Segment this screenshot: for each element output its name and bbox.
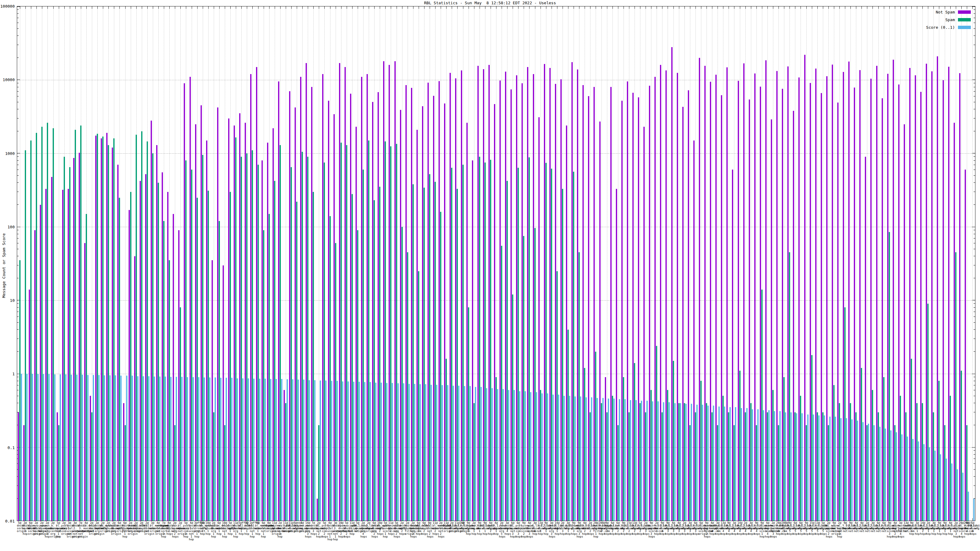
bar-score xyxy=(702,405,703,521)
bar-cluster xyxy=(261,6,266,521)
bars-group xyxy=(875,6,881,521)
bar-notspam xyxy=(915,75,916,521)
x-axis-cluster-label: 7@ dnsbl. sorbs.net 3 hops xyxy=(310,522,316,535)
bar-score xyxy=(198,377,199,521)
bars-group xyxy=(261,6,266,521)
bar-spam xyxy=(811,355,813,521)
bar-score xyxy=(514,390,515,521)
bar-spam xyxy=(80,125,81,521)
bar-spam xyxy=(485,162,486,521)
bar-notspam xyxy=(643,127,645,521)
bars-group xyxy=(682,6,687,521)
bars-group xyxy=(150,6,156,521)
bars-group xyxy=(427,6,433,521)
bar-notspam xyxy=(948,67,950,521)
y-tick-label: 100000 xyxy=(0,4,15,9)
bar-spam xyxy=(728,412,729,521)
bar-score xyxy=(962,473,964,521)
bar-cluster xyxy=(250,6,255,521)
bar-score xyxy=(691,404,692,521)
bar-notspam xyxy=(705,66,706,521)
bar-spam xyxy=(352,194,353,521)
bar-score xyxy=(54,375,56,521)
x-axis-cluster-label: 14@ zen. spamhaus. org 3 hops xyxy=(305,522,310,538)
bar-spam xyxy=(25,150,26,521)
bar-score xyxy=(220,378,221,521)
bars-group xyxy=(360,6,366,521)
bar-cluster xyxy=(632,6,637,521)
bar-spam xyxy=(905,412,907,521)
x-axis-labels: 5@ dnsbl. sorbs.net origin2@ dnsbl. sorb… xyxy=(17,522,975,550)
bar-spam xyxy=(158,183,159,521)
x-axis-cluster-label: 9@ 2.list. dnswl.org 1 hop xyxy=(937,522,942,535)
bar-cluster xyxy=(200,6,205,521)
x-axis-cluster-label: 2@ dnsbl. sorbs.net 1 hop xyxy=(22,522,28,535)
bar-spam xyxy=(756,425,757,521)
x-axis-cluster-label: 4@ iadb. isipp.com 2 hops xyxy=(488,522,493,535)
bars-group xyxy=(698,6,704,521)
bar-notspam xyxy=(90,396,91,521)
bar-spam xyxy=(163,221,164,521)
bars-group xyxy=(970,6,975,521)
bar-notspam xyxy=(328,101,329,521)
bar-notspam xyxy=(245,123,246,521)
x-axis-cluster-label: 3@ 0.list. dnswl.org 1 hop xyxy=(915,522,920,535)
x-axis-cluster-label: 4@ dnsbl-1. uceprotect. net 1 hop xyxy=(189,522,194,541)
x-axis-cluster-label: 2@ dnsbl. spfbl.net 2 hops xyxy=(399,522,404,535)
x-axis-cluster-label: 2@ bl. spamcop. net origin xyxy=(178,522,183,535)
bar-spam xyxy=(363,170,364,521)
bar-notspam xyxy=(417,130,418,521)
bar-notspam xyxy=(505,71,506,521)
bars-group xyxy=(388,6,393,521)
bar-spam xyxy=(540,390,541,521)
bar-score xyxy=(469,386,471,521)
bars-group xyxy=(665,6,670,521)
bar-score xyxy=(686,404,687,521)
bars-group xyxy=(743,6,748,521)
bar-cluster xyxy=(560,6,565,521)
bar-cluster xyxy=(792,6,798,521)
bar-score xyxy=(159,376,161,521)
bar-score xyxy=(337,381,338,521)
bar-cluster xyxy=(527,6,532,521)
bar-cluster xyxy=(582,6,587,521)
bar-score xyxy=(475,387,476,521)
bar-cluster xyxy=(726,6,731,521)
bar-notspam xyxy=(677,73,678,521)
bar-score xyxy=(835,417,836,521)
bar-spam xyxy=(535,228,536,521)
x-axis-cluster-label: 3@ dnsbl-3. uceprotect. net 1 hop xyxy=(332,522,338,541)
x-axis-cluster-label: 13@ iadb. isipp.com net xyxy=(904,522,909,533)
x-axis-cluster-label: 20@ Y.0.list. dnswl.org 5 hops xyxy=(776,522,781,535)
bar-spam xyxy=(557,271,558,521)
bar-score xyxy=(968,492,969,521)
x-axis-cluster-label: 2@ dnsbl. justspam. org 2 hops xyxy=(410,522,416,538)
x-axis-cluster-label: 2@ 2.list. dnswl.org origin xyxy=(449,522,455,533)
bar-spam xyxy=(401,227,403,521)
bar-score xyxy=(724,407,725,521)
bar-notspam xyxy=(389,65,390,521)
bars-group xyxy=(39,6,45,521)
bar-cluster xyxy=(438,6,444,521)
bar-notspam xyxy=(283,390,285,521)
bar-score xyxy=(48,374,49,521)
bar-notspam xyxy=(361,77,362,521)
bar-notspam xyxy=(217,108,218,521)
bar-notspam xyxy=(898,84,899,521)
bars-group xyxy=(826,6,831,521)
bar-notspam xyxy=(322,74,323,521)
x-axis-cluster-label: 15@ 3.list. dnswl.org 5 hops xyxy=(809,522,815,535)
bars-group xyxy=(128,6,134,521)
bar-cluster xyxy=(499,6,504,521)
bar-notspam xyxy=(267,143,268,521)
x-axis-cluster-label: 6@ Y.2.list. dnswl.org 5 hops xyxy=(798,522,803,535)
bar-spam xyxy=(772,390,773,521)
x-axis-cluster-label: 5@ Y.1.list. dnswl.org origin xyxy=(355,522,360,533)
bars-group xyxy=(328,6,333,521)
bars-group xyxy=(549,6,554,521)
bar-notspam xyxy=(477,66,479,521)
x-axis-cluster-label: 3@ Y.2.list. dnswl.org 1 hop xyxy=(931,522,937,535)
bars-group xyxy=(73,6,78,521)
bar-spam xyxy=(329,216,331,521)
bar-score xyxy=(364,382,365,521)
